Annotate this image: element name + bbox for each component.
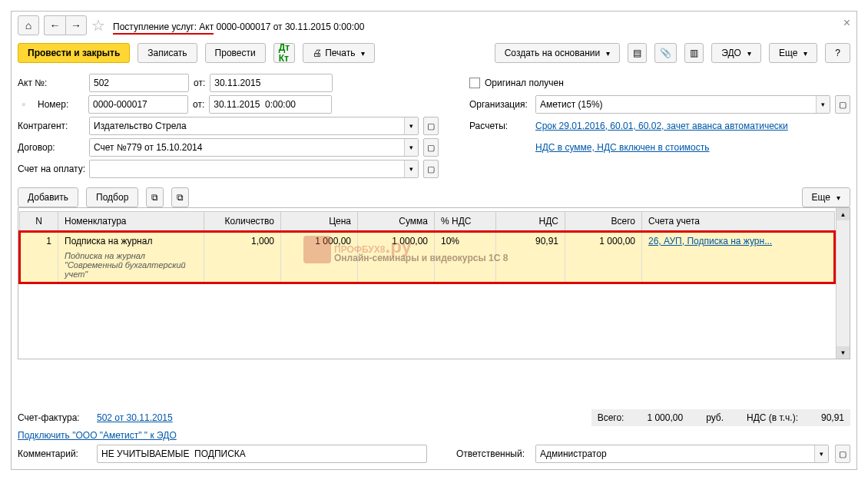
edo-button[interactable]: ЭДО (711, 43, 761, 63)
original-label: Оригинал получен (485, 78, 564, 88)
grid-more-button[interactable]: Еще (802, 187, 850, 207)
original-checkbox[interactable] (469, 78, 480, 88)
scroll-up-icon[interactable]: ▲ (837, 208, 850, 220)
post-and-close-button[interactable]: Провести и закрыть (18, 43, 130, 63)
home-button[interactable]: ⌂ (18, 15, 39, 35)
dropdown-icon[interactable]: ▾ (816, 96, 830, 113)
close-icon[interactable]: × (843, 16, 850, 30)
responsible-label: Ответственный: (456, 448, 529, 459)
org-label: Организация: (469, 99, 531, 110)
print-button[interactable]: 🖨Печать (303, 43, 375, 63)
cell-vat-pct[interactable]: 10% (435, 232, 496, 283)
nomer-input[interactable] (88, 95, 188, 114)
attach-button[interactable]: 📎 (654, 43, 677, 63)
dropdown-icon[interactable]: ▾ (814, 445, 828, 462)
debit-credit-button[interactable]: ДтКт (273, 43, 295, 63)
select-items-button[interactable]: Подбор (86, 187, 138, 207)
cell-n[interactable]: 1 (20, 232, 58, 283)
open-ref-button[interactable]: ▢ (835, 445, 850, 463)
nomer-label: Номер: (38, 99, 84, 110)
save-button[interactable]: Записать (137, 43, 197, 63)
akt-date-from-label: от: (194, 78, 205, 88)
total-value: 1 000,00 (647, 412, 683, 423)
cell-total[interactable]: 1 000,00 (565, 232, 642, 283)
col-qty[interactable]: Количество (204, 212, 281, 232)
help-button[interactable]: ? (825, 43, 850, 63)
nomer-date-input[interactable] (210, 96, 332, 113)
responsible-input[interactable] (536, 445, 814, 462)
scroll-down-icon[interactable]: ▼ (837, 346, 850, 359)
schet-input[interactable] (90, 160, 404, 177)
dropdown-icon[interactable]: ▾ (404, 117, 418, 134)
col-accounts[interactable]: Счета учета (642, 212, 835, 232)
struct-button[interactable]: ▤ (628, 43, 647, 63)
dogovor-input[interactable] (90, 139, 404, 156)
akt-date-input[interactable] (210, 74, 333, 91)
favorite-icon[interactable]: ☆ (91, 16, 105, 35)
comment-label: Комментарий: (18, 448, 91, 459)
create-based-button[interactable]: Создать на основании (495, 43, 621, 63)
edo-connect-link[interactable]: Подключить "ООО "Аметист" " к ЭДО (18, 430, 177, 441)
more-button[interactable]: Еще (769, 43, 817, 63)
open-ref-button[interactable]: ▢ (835, 95, 850, 114)
kontragent-label: Контрагент: (18, 121, 84, 131)
add-row-button[interactable]: Добавить (18, 187, 78, 207)
titlebar: ⌂ ← → ☆ Поступление услуг: Акт 0000-0000… (18, 15, 850, 35)
paste-button[interactable]: ⧉ (171, 187, 189, 207)
raschety-label: Расчеты: (469, 121, 531, 131)
vat-incl-label: НДС (в т.ч.): (747, 412, 798, 423)
akt-no-input[interactable] (89, 74, 189, 92)
col-nomen[interactable]: Номенклатура (58, 212, 204, 232)
status-icon: ▫️ (18, 99, 33, 110)
nomer-date-from-label: от: (193, 99, 204, 110)
copy-button[interactable]: ⧉ (146, 187, 164, 207)
sf-link[interactable]: 502 от 30.11.2015 (97, 412, 173, 423)
currency-label: руб. (706, 412, 724, 423)
table-row[interactable]: 1 Подписка на журнал Подписка на журнал … (20, 232, 835, 283)
post-button[interactable]: Провести (205, 43, 266, 63)
open-ref-button[interactable]: ▢ (423, 117, 439, 135)
totals-bar: Всего: 1 000,00 руб. НДС (в т.ч.): 90,91 (591, 409, 850, 426)
col-total[interactable]: Всего (565, 212, 642, 232)
col-price[interactable]: Цена (281, 212, 358, 232)
sf-label: Счет-фактура: (18, 412, 91, 423)
dropdown-icon[interactable]: ▾ (404, 160, 418, 177)
forward-button[interactable]: → (65, 15, 87, 35)
window-title: Поступление услуг: Акт 0000-000017 от 30… (113, 18, 364, 34)
nds-link[interactable]: НДС в сумме, НДС включен в стоимость (535, 142, 710, 153)
col-vat[interactable]: НДС (496, 212, 565, 232)
cell-price[interactable]: 1 000,00 (281, 232, 358, 283)
scrollbar[interactable]: ▲ ▼ (836, 208, 850, 359)
cell-nomen[interactable]: Подписка на журнал Подписка на журнал "С… (58, 232, 204, 283)
cell-qty[interactable]: 1,000 (204, 232, 281, 283)
raschety-link[interactable]: Срок 29.01.2016, 60.01, 60.02, зачет ава… (535, 121, 788, 131)
schet-label: Счет на оплату: (18, 164, 84, 174)
dropdown-icon[interactable]: ▾ (404, 139, 418, 156)
org-input[interactable] (536, 96, 816, 113)
col-sum[interactable]: Сумма (358, 212, 435, 232)
col-n[interactable]: N (20, 212, 58, 232)
main-toolbar: Провести и закрыть Записать Провести ДтК… (18, 43, 850, 63)
total-label: Всего: (598, 412, 624, 423)
col-vat-pct[interactable]: % НДС (435, 212, 496, 232)
back-button[interactable]: ← (44, 15, 65, 35)
items-table: N Номенклатура Количество Цена Сумма % Н… (18, 211, 836, 284)
cell-sum[interactable]: 1 000,00 (358, 232, 435, 283)
printer-icon: 🖨 (313, 48, 322, 58)
akt-no-label: Акт №: (18, 78, 84, 88)
cell-accounts[interactable]: 26, АУП, Подписка на журн... (642, 232, 835, 283)
vat-incl-value: 90,91 (821, 412, 844, 423)
open-ref-button[interactable]: ▢ (423, 160, 439, 178)
comment-input[interactable] (97, 445, 427, 463)
kontragent-input[interactable] (90, 117, 404, 134)
dogovor-label: Договор: (18, 142, 84, 153)
open-ref-button[interactable]: ▢ (423, 138, 439, 157)
cell-vat[interactable]: 90,91 (496, 232, 565, 283)
list-button[interactable]: ▥ (684, 43, 704, 63)
